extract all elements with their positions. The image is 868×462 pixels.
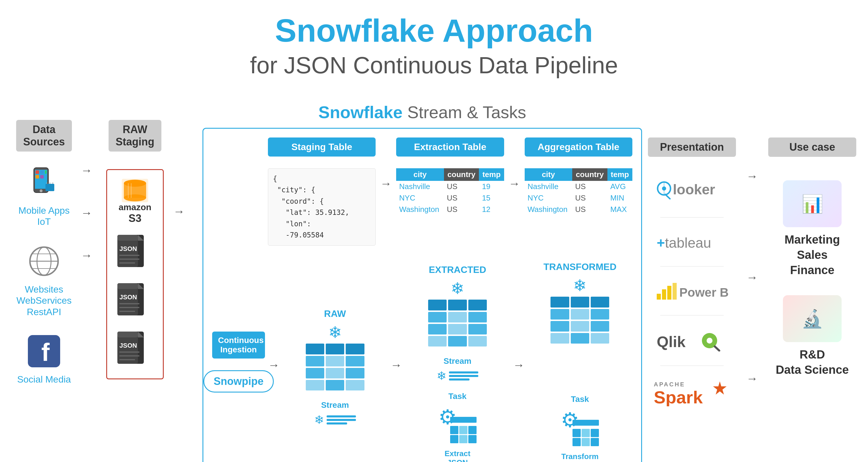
agg-city-2: NYC xyxy=(525,192,572,204)
snowflake-brand: Snowflake xyxy=(318,103,403,122)
svg-rect-5 xyxy=(45,170,46,174)
agg-city-1: Nashville xyxy=(525,181,572,192)
svg-text:JSON: JSON xyxy=(119,245,137,253)
rnd-label: R&DData Science xyxy=(776,347,849,377)
stream-tasks-label: Stream & Tasks xyxy=(407,103,526,122)
stream-1-snowflake: ❄ xyxy=(314,414,324,426)
stream-2-label: Stream xyxy=(444,357,471,366)
main-title: Snowflake Approach xyxy=(0,12,868,49)
svg-text:Spark: Spark xyxy=(654,388,703,406)
agg-city-3: Washington xyxy=(525,204,572,215)
svg-rect-6 xyxy=(35,175,39,178)
stream-2-group: Stream ❄ xyxy=(437,352,478,382)
svg-line-63 xyxy=(715,346,719,351)
agg-country-1: US xyxy=(572,181,608,192)
ext-city-1: Nashville xyxy=(396,181,444,192)
arrows-to-raw: → → → xyxy=(76,102,97,262)
task-1-label: Task xyxy=(448,392,467,401)
arrow-snowpipe-to-raw: → xyxy=(268,359,280,372)
ext-country-2: US xyxy=(444,192,479,204)
svg-rect-57 xyxy=(667,286,672,300)
svg-point-22 xyxy=(124,194,146,201)
transform-data-label: TransformData xyxy=(561,452,599,462)
extract-json-label: ExtractJSON xyxy=(444,449,470,462)
rnd-icon: 🔬 xyxy=(783,295,842,342)
svg-text:+tableau: +tableau xyxy=(657,235,711,251)
ext-temp-3: 12 xyxy=(479,204,504,215)
snowflake-header: Snowflake Stream & Tasks xyxy=(318,102,526,122)
presentation-column: Presentation looker xyxy=(648,120,736,411)
raw-table-icon xyxy=(306,343,365,391)
pipeline-section: Snowflake Stream & Tasks Staging Table E… xyxy=(196,102,648,462)
svg-text:Power BI: Power BI xyxy=(679,286,728,299)
arrow-1: → xyxy=(81,164,92,177)
usecase-column: Use case 📊 MarketingSalesFinance 🔬 R&DDa… xyxy=(768,120,856,411)
task-1-group: Task ⚙ xyxy=(438,388,476,462)
extracted-snowflake-icon: ❄ xyxy=(451,280,464,297)
stream-1-label: Stream xyxy=(321,400,349,410)
rnd-usecase: 🔬 R&DData Science xyxy=(776,295,849,377)
svg-point-51 xyxy=(662,187,666,191)
json-file-1: JSON xyxy=(116,233,154,276)
tables-row: { "city": { "coord": { "lat": 35.9132, "… xyxy=(212,168,632,252)
arrow-2: → xyxy=(81,206,92,220)
social-label: Social Media xyxy=(17,374,71,385)
arrow-raw-to-extracted: → xyxy=(390,359,402,372)
transformed-snowflake-icon: ❄ xyxy=(573,277,587,294)
ext-temp-1: 19 xyxy=(479,181,504,192)
svg-rect-36 xyxy=(117,283,138,289)
arrow-staging-to-extraction: → xyxy=(380,177,392,190)
arrow-3: → xyxy=(81,249,92,262)
json-file-2: JSON xyxy=(116,282,154,324)
ci-header: ContinuousIngestion xyxy=(212,332,265,359)
powerbi-logo: Power BI xyxy=(655,280,728,301)
looker-logo: looker xyxy=(655,180,728,203)
extracted-table-icon xyxy=(428,300,487,346)
svg-rect-8 xyxy=(45,184,54,191)
stream-2-snowflake: ❄ xyxy=(437,370,446,382)
main-content: DataSources xyxy=(0,85,868,462)
svg-point-2 xyxy=(40,189,42,192)
raw-border-box: amazonS3 JSON JSON xyxy=(106,169,164,380)
right-arrows-col: → → → xyxy=(742,120,762,411)
temp-header: temp xyxy=(479,168,504,181)
svg-text:APACHE: APACHE xyxy=(654,381,685,388)
svg-marker-66 xyxy=(713,382,726,395)
source-mobile: Mobile AppsIoT xyxy=(19,163,69,228)
agg-temp-header: temp xyxy=(608,168,632,181)
arrow-extracted-to-transformed: → xyxy=(513,359,525,372)
ext-city-3: Washington xyxy=(396,204,444,215)
agg-temp-avg: AVG xyxy=(608,181,632,192)
svg-rect-55 xyxy=(657,294,661,300)
data-sources-column: DataSources xyxy=(12,102,76,400)
agg-temp-min: MIN xyxy=(608,192,632,204)
agg-country-3: US xyxy=(572,204,608,215)
amazon-s3-icon: amazonS3 xyxy=(113,176,157,225)
ext-temp-2: 15 xyxy=(479,192,504,204)
raw-staging-header: RAWStaging xyxy=(108,120,161,152)
arrow-extraction-to-agg: → xyxy=(508,177,520,190)
transformed-label: TRANSFORMED xyxy=(544,262,617,272)
svg-rect-58 xyxy=(673,283,677,300)
json-file-3: JSON xyxy=(116,330,154,372)
continuous-ingestion-col: ContinuousIngestion Snowpipe xyxy=(212,332,265,398)
svg-text:JSON: JSON xyxy=(119,342,137,349)
extraction-table-preview: city country temp NashvilleUS19 NYCUS15 … xyxy=(396,168,504,215)
tableau-logo: +tableau xyxy=(655,232,728,252)
arrow-spark: → xyxy=(746,372,758,385)
mobile-icon xyxy=(25,163,63,201)
task-2-label: Task xyxy=(571,395,589,404)
sub-title: for JSON Continuous Data Pipeline xyxy=(0,52,868,79)
globe-icon xyxy=(25,242,63,280)
svg-rect-7 xyxy=(40,175,44,178)
agg-country-2: US xyxy=(572,192,608,204)
facebook-icon: f xyxy=(25,332,63,370)
presentation-header: Presentation xyxy=(648,137,736,157)
country-header: country xyxy=(444,168,479,181)
svg-text:JSON: JSON xyxy=(119,293,137,301)
arrow-to-pipeline: → xyxy=(173,102,196,218)
ext-city-2: NYC xyxy=(396,192,444,204)
svg-text:looker: looker xyxy=(673,182,715,197)
raw-staging-column: RAWStaging amazonS3 xyxy=(97,102,173,380)
svg-line-52 xyxy=(665,194,670,199)
